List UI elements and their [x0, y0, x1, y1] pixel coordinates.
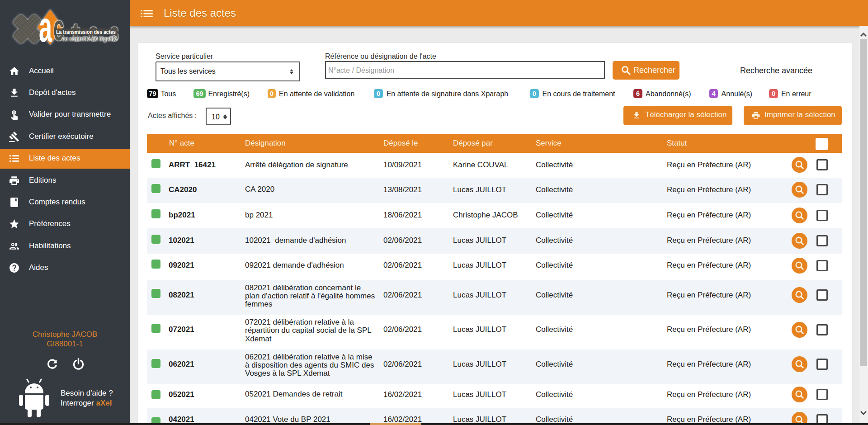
svg-text:a: a — [39, 3, 52, 50]
svg-text:La transmission des actes: La transmission des actes — [56, 29, 116, 35]
svg-text:au contrôle de légalité: au contrôle de légalité — [62, 36, 117, 42]
